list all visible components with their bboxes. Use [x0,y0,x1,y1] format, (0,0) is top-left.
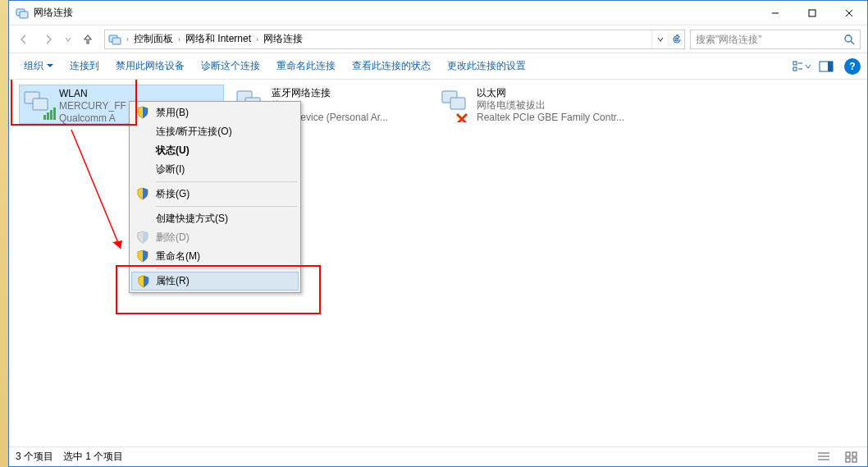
search-icon[interactable] [838,30,860,48]
location-icon [108,33,121,46]
chevron-right-icon[interactable]: › [125,35,130,43]
titlebar: 网络连接 [9,1,867,25]
svg-rect-19 [47,112,49,120]
ctx-disable[interactable]: 禁用(B) [131,103,299,122]
svg-rect-35 [846,458,850,462]
svg-line-9 [851,41,854,44]
shield-icon [136,231,149,244]
disable-device-button[interactable]: 禁用此网络设备 [107,56,193,76]
search-input[interactable] [691,34,838,45]
ctx-label: 删除(D) [156,231,190,245]
close-button[interactable] [830,1,867,25]
large-icons-view-button[interactable] [843,450,861,465]
svg-rect-10 [793,62,797,65]
organize-menu[interactable]: 组织 [16,56,62,76]
connection-device: Realtek PCIe GBE Family Contr... [477,112,641,124]
svg-rect-33 [846,452,850,456]
svg-rect-18 [43,115,46,120]
preview-pane-button[interactable] [815,57,838,76]
svg-rect-7 [112,38,121,44]
connect-to-button[interactable]: 连接到 [62,56,107,76]
ctx-label: 连接/断开连接(O) [156,125,232,139]
svg-rect-34 [852,452,857,456]
crumb-network-connections[interactable]: 网络连接 [260,32,306,46]
connection-name: 以太网 [477,87,641,99]
recent-dropdown[interactable] [62,29,75,50]
navigation-bar: › 控制面板 › 网络和 Internet › 网络连接 [9,25,867,53]
separator [156,181,297,182]
up-button[interactable] [76,29,99,50]
svg-rect-1 [20,11,28,18]
shield-icon [136,250,149,263]
chevron-right-icon[interactable]: › [254,35,260,43]
ethernet-icon [439,86,477,122]
ctx-label: 禁用(B) [156,106,189,120]
content-area[interactable]: WLAN MERCURY_FF Qualcomm A 蓝牙网络连接 接 ooth… [9,80,867,446]
separator [156,268,297,269]
ctx-label: 诊断(I) [156,163,185,176]
window-title: 网络连接 [34,6,73,20]
shield-icon [136,187,149,200]
view-options-button[interactable] [790,57,813,76]
ctx-diagnose[interactable]: 诊断(I) [131,160,299,179]
back-button[interactable] [12,29,35,50]
ctx-bridge[interactable]: 桥接(G) [131,185,299,204]
context-menu: 禁用(B) 连接/断开连接(O) 状态(U) 诊断(I) 桥接(G) 创建快捷方… [129,101,301,293]
crumb-control-panel[interactable]: 控制面板 [130,32,176,46]
crumb-network-internet[interactable]: 网络和 Internet [182,32,254,46]
change-settings-button[interactable]: 更改此连接的设置 [439,56,534,76]
rename-connection-button[interactable]: 重命名此连接 [268,56,344,76]
details-view-button[interactable] [815,450,833,465]
ctx-label: 状态(U) [156,144,190,158]
shield-icon [136,106,149,119]
svg-point-8 [845,35,852,42]
address-bar[interactable]: › 控制面板 › 网络和 Internet › 网络连接 [104,30,685,49]
shield-icon [137,275,150,288]
connection-name: 蓝牙网络连接 [272,87,436,99]
svg-rect-36 [852,458,857,462]
svg-rect-11 [793,67,797,71]
chevron-right-icon[interactable]: › [176,35,182,43]
svg-rect-3 [809,10,815,16]
connection-ethernet[interactable]: 以太网 网络电缆被拔出 Realtek PCIe GBE Family Cont… [437,85,642,124]
minimize-button[interactable] [756,1,793,25]
svg-rect-20 [50,110,53,120]
annotation-arrow [63,126,137,265]
svg-marker-29 [112,240,122,249]
ctx-label: 桥接(G) [156,187,190,201]
ctx-label: 属性(R) [156,274,190,288]
help-button[interactable]: ? [844,58,861,75]
ctx-rename[interactable]: 重命名(M) [131,247,299,266]
svg-rect-17 [33,98,48,110]
breadcrumb: › 控制面板 › 网络和 Internet › 网络连接 [125,32,651,46]
diagnose-button[interactable]: 诊断这个连接 [193,56,268,76]
svg-rect-21 [53,108,56,120]
ctx-create-shortcut[interactable]: 创建快捷方式(S) [131,209,299,228]
ctx-label: 重命名(M) [156,250,200,263]
connection-status: 网络电缆被拔出 [477,99,641,112]
svg-line-28 [71,130,121,249]
svg-rect-15 [828,62,833,71]
forward-button[interactable] [37,29,60,50]
address-dropdown[interactable] [651,30,668,48]
status-bar: 3 个项目 选中 1 个项目 [9,446,867,466]
ctx-connect-disconnect[interactable]: 连接/断开连接(O) [131,122,299,141]
ctx-label: 创建快捷方式(S) [156,212,228,226]
connection-name: WLAN [59,88,222,100]
command-bar: 组织 连接到 禁用此网络设备 诊断这个连接 重命名此连接 查看此连接的状态 更改… [9,53,867,80]
ctx-status[interactable]: 状态(U) [131,141,299,160]
wlan-icon [21,87,59,123]
selected-count: 选中 1 个项目 [63,450,123,464]
item-count: 3 个项目 [16,450,53,464]
ctx-properties[interactable]: 属性(R) [131,272,299,291]
view-status-button[interactable]: 查看此连接的状态 [344,56,439,76]
app-icon [16,7,29,20]
refresh-button[interactable] [668,30,684,48]
separator [156,206,297,207]
search-box[interactable] [690,30,861,49]
ctx-delete: 删除(D) [131,228,299,247]
explorer-window: 网络连接 › 控制面板 › 网络和 Internet › 网络连接 [8,0,868,467]
maximize-button[interactable] [793,1,830,25]
svg-rect-25 [450,98,465,109]
